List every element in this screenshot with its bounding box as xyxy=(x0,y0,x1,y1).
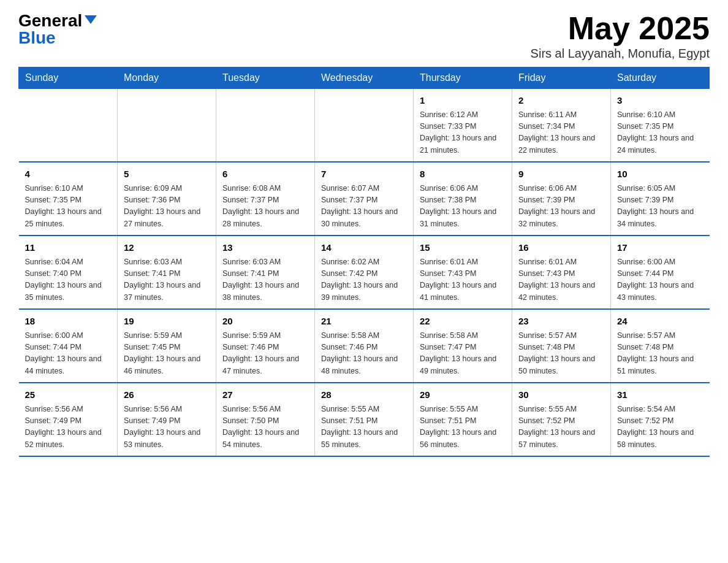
header-thursday: Thursday xyxy=(414,67,512,89)
day-number: 31 xyxy=(617,388,703,402)
day-number: 8 xyxy=(420,167,506,182)
day-number: 19 xyxy=(124,315,210,329)
day-number: 3 xyxy=(617,94,703,108)
day-number: 24 xyxy=(617,315,703,329)
calendar-cell-w3-d6: 16Sunrise: 6:01 AM Sunset: 7:43 PM Dayli… xyxy=(512,236,611,309)
day-info: Sunrise: 6:01 AM Sunset: 7:43 PM Dayligh… xyxy=(518,256,604,304)
calendar-cell-w5-d3: 27Sunrise: 5:56 AM Sunset: 7:50 PM Dayli… xyxy=(216,383,315,456)
calendar-table: Sunday Monday Tuesday Wednesday Thursday… xyxy=(18,67,710,457)
day-info: Sunrise: 6:10 AM Sunset: 7:35 PM Dayligh… xyxy=(617,109,703,157)
day-number: 25 xyxy=(25,388,112,402)
day-info: Sunrise: 6:09 AM Sunset: 7:36 PM Dayligh… xyxy=(124,183,210,231)
day-number: 22 xyxy=(420,315,506,329)
day-number: 30 xyxy=(518,388,604,402)
calendar-cell-w5-d2: 26Sunrise: 5:56 AM Sunset: 7:49 PM Dayli… xyxy=(118,383,216,456)
day-info: Sunrise: 6:02 AM Sunset: 7:42 PM Dayligh… xyxy=(321,256,407,304)
calendar-cell-w2-d6: 9Sunrise: 6:06 AM Sunset: 7:39 PM Daylig… xyxy=(512,162,611,236)
day-info: Sunrise: 6:03 AM Sunset: 7:41 PM Dayligh… xyxy=(222,256,308,304)
calendar-cell-w2-d7: 10Sunrise: 6:05 AM Sunset: 7:39 PM Dayli… xyxy=(611,162,710,236)
calendar-cell-w2-d2: 5Sunrise: 6:09 AM Sunset: 7:36 PM Daylig… xyxy=(118,162,216,236)
day-info: Sunrise: 6:00 AM Sunset: 7:44 PM Dayligh… xyxy=(25,330,112,378)
calendar-cell-w5-d6: 30Sunrise: 5:55 AM Sunset: 7:52 PM Dayli… xyxy=(512,383,611,456)
header-tuesday: Tuesday xyxy=(216,67,315,89)
day-info: Sunrise: 5:55 AM Sunset: 7:51 PM Dayligh… xyxy=(420,404,506,451)
day-number: 20 xyxy=(222,315,308,329)
day-info: Sunrise: 5:55 AM Sunset: 7:51 PM Dayligh… xyxy=(321,404,407,451)
day-number: 5 xyxy=(124,167,210,182)
day-number: 27 xyxy=(222,388,308,402)
calendar-cell-w2-d4: 7Sunrise: 6:07 AM Sunset: 7:37 PM Daylig… xyxy=(315,162,414,236)
day-number: 21 xyxy=(321,315,407,329)
day-info: Sunrise: 5:59 AM Sunset: 7:45 PM Dayligh… xyxy=(124,330,210,378)
day-info: Sunrise: 5:56 AM Sunset: 7:50 PM Dayligh… xyxy=(222,404,308,451)
day-info: Sunrise: 5:55 AM Sunset: 7:52 PM Dayligh… xyxy=(518,404,604,451)
calendar-header: Sunday Monday Tuesday Wednesday Thursday… xyxy=(19,67,710,89)
calendar-cell-w3-d3: 13Sunrise: 6:03 AM Sunset: 7:41 PM Dayli… xyxy=(216,236,315,309)
day-info: Sunrise: 6:10 AM Sunset: 7:35 PM Dayligh… xyxy=(25,183,112,231)
calendar-cell-w2-d3: 6Sunrise: 6:08 AM Sunset: 7:37 PM Daylig… xyxy=(216,162,315,236)
calendar-cell-w4-d7: 24Sunrise: 5:57 AM Sunset: 7:48 PM Dayli… xyxy=(611,309,710,383)
calendar-cell-w5-d1: 25Sunrise: 5:56 AM Sunset: 7:49 PM Dayli… xyxy=(19,383,118,456)
calendar-cell-w5-d7: 31Sunrise: 5:54 AM Sunset: 7:52 PM Dayli… xyxy=(611,383,710,456)
day-number: 9 xyxy=(518,167,604,182)
day-info: Sunrise: 5:57 AM Sunset: 7:48 PM Dayligh… xyxy=(518,330,604,378)
logo-triangle-icon xyxy=(85,15,97,24)
calendar-week-3: 11Sunrise: 6:04 AM Sunset: 7:40 PM Dayli… xyxy=(19,236,710,309)
day-info: Sunrise: 5:57 AM Sunset: 7:48 PM Dayligh… xyxy=(617,330,703,378)
day-number: 17 xyxy=(617,241,703,255)
title-section: May 2025 Sirs al Layyanah, Monufia, Egyp… xyxy=(531,12,710,61)
calendar-week-4: 18Sunrise: 6:00 AM Sunset: 7:44 PM Dayli… xyxy=(19,309,710,383)
header-monday: Monday xyxy=(118,67,216,89)
calendar-cell-w1-d2 xyxy=(118,89,216,163)
month-title: May 2025 xyxy=(531,12,710,44)
day-number: 23 xyxy=(518,315,604,329)
calendar-cell-w3-d2: 12Sunrise: 6:03 AM Sunset: 7:41 PM Dayli… xyxy=(118,236,216,309)
calendar-cell-w1-d6: 2Sunrise: 6:11 AM Sunset: 7:34 PM Daylig… xyxy=(512,89,611,163)
day-number: 6 xyxy=(222,167,308,182)
header-saturday: Saturday xyxy=(611,67,710,89)
header-wednesday: Wednesday xyxy=(315,67,414,89)
header-row: Sunday Monday Tuesday Wednesday Thursday… xyxy=(19,67,710,89)
calendar-cell-w1-d4 xyxy=(315,89,414,163)
calendar-cell-w4-d6: 23Sunrise: 5:57 AM Sunset: 7:48 PM Dayli… xyxy=(512,309,611,383)
calendar-body: 1Sunrise: 6:12 AM Sunset: 7:33 PM Daylig… xyxy=(19,89,710,457)
day-number: 12 xyxy=(124,241,210,255)
day-info: Sunrise: 6:11 AM Sunset: 7:34 PM Dayligh… xyxy=(518,109,604,157)
day-number: 1 xyxy=(420,94,506,108)
day-info: Sunrise: 6:04 AM Sunset: 7:40 PM Dayligh… xyxy=(25,256,112,304)
calendar-cell-w5-d4: 28Sunrise: 5:55 AM Sunset: 7:51 PM Dayli… xyxy=(315,383,414,456)
day-number: 11 xyxy=(25,241,112,255)
day-info: Sunrise: 6:01 AM Sunset: 7:43 PM Dayligh… xyxy=(420,256,506,304)
day-info: Sunrise: 6:06 AM Sunset: 7:39 PM Dayligh… xyxy=(518,183,604,231)
day-number: 14 xyxy=(321,241,407,255)
calendar-cell-w2-d1: 4Sunrise: 6:10 AM Sunset: 7:35 PM Daylig… xyxy=(19,162,118,236)
calendar-cell-w4-d3: 20Sunrise: 5:59 AM Sunset: 7:46 PM Dayli… xyxy=(216,309,315,383)
day-info: Sunrise: 6:06 AM Sunset: 7:38 PM Dayligh… xyxy=(420,183,506,231)
calendar-cell-w1-d5: 1Sunrise: 6:12 AM Sunset: 7:33 PM Daylig… xyxy=(414,89,512,163)
day-number: 26 xyxy=(124,388,210,402)
day-info: Sunrise: 5:59 AM Sunset: 7:46 PM Dayligh… xyxy=(222,330,308,378)
calendar-week-1: 1Sunrise: 6:12 AM Sunset: 7:33 PM Daylig… xyxy=(19,89,710,163)
calendar-cell-w3-d1: 11Sunrise: 6:04 AM Sunset: 7:40 PM Dayli… xyxy=(19,236,118,309)
day-info: Sunrise: 5:56 AM Sunset: 7:49 PM Dayligh… xyxy=(124,404,210,451)
calendar-cell-w4-d5: 22Sunrise: 5:58 AM Sunset: 7:47 PM Dayli… xyxy=(414,309,512,383)
calendar-cell-w5-d5: 29Sunrise: 5:55 AM Sunset: 7:51 PM Dayli… xyxy=(414,383,512,456)
calendar-cell-w4-d2: 19Sunrise: 5:59 AM Sunset: 7:45 PM Dayli… xyxy=(118,309,216,383)
day-info: Sunrise: 5:58 AM Sunset: 7:46 PM Dayligh… xyxy=(321,330,407,378)
day-info: Sunrise: 6:00 AM Sunset: 7:44 PM Dayligh… xyxy=(617,256,703,304)
day-info: Sunrise: 6:07 AM Sunset: 7:37 PM Dayligh… xyxy=(321,183,407,231)
logo-general-text: General xyxy=(18,12,82,29)
day-number: 18 xyxy=(25,315,112,329)
day-number: 7 xyxy=(321,167,407,182)
calendar-cell-w1-d1 xyxy=(19,89,118,163)
calendar-cell-w2-d5: 8Sunrise: 6:06 AM Sunset: 7:38 PM Daylig… xyxy=(414,162,512,236)
day-number: 29 xyxy=(420,388,506,402)
day-info: Sunrise: 6:03 AM Sunset: 7:41 PM Dayligh… xyxy=(124,256,210,304)
day-number: 2 xyxy=(518,94,604,108)
day-number: 13 xyxy=(222,241,308,255)
calendar-cell-w3-d5: 15Sunrise: 6:01 AM Sunset: 7:43 PM Dayli… xyxy=(414,236,512,309)
day-number: 4 xyxy=(25,167,112,182)
calendar-cell-w3-d4: 14Sunrise: 6:02 AM Sunset: 7:42 PM Dayli… xyxy=(315,236,414,309)
calendar-cell-w3-d7: 17Sunrise: 6:00 AM Sunset: 7:44 PM Dayli… xyxy=(611,236,710,309)
calendar-cell-w1-d7: 3Sunrise: 6:10 AM Sunset: 7:35 PM Daylig… xyxy=(611,89,710,163)
